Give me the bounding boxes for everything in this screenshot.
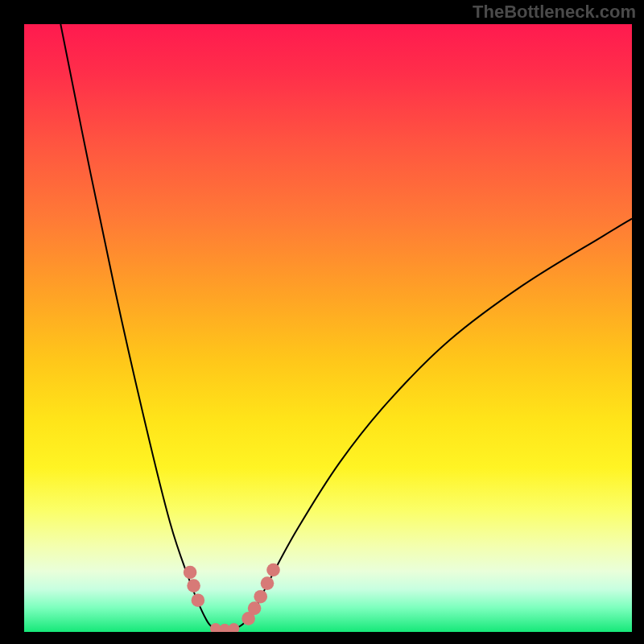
bottleneck-curve	[60, 24, 632, 630]
highlight-marker	[187, 579, 200, 592]
highlight-marker	[229, 623, 240, 632]
plot-area	[24, 24, 632, 632]
highlight-marker	[266, 564, 280, 577]
highlight-marker	[210, 623, 221, 632]
highlight-marker	[184, 566, 197, 580]
highlight-marker	[261, 576, 275, 590]
watermark-text: TheBottleneck.com	[473, 2, 636, 23]
curve-svg	[24, 24, 632, 632]
highlight-markers	[184, 564, 280, 632]
highlight-marker	[254, 590, 267, 604]
highlight-marker	[248, 601, 262, 615]
highlight-marker	[192, 593, 205, 607]
chart-frame: TheBottleneck.com	[0, 0, 644, 644]
